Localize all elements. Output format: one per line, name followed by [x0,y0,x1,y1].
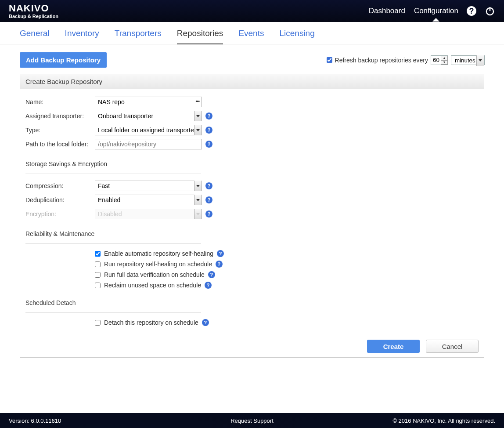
encryption-label: Encryption: [25,210,95,218]
help-icon[interactable]: ? [202,319,209,326]
tab-events[interactable]: Events [238,29,264,44]
panel-footer: Create Cancel [20,335,484,357]
detach-section-heading: Scheduled Detach [25,299,201,306]
refresh-unit-select[interactable]: minutes [451,55,485,65]
request-support-link[interactable]: Request Support [230,417,274,424]
help-icon[interactable]: ? [205,141,212,148]
logo-text: NAKIVO [9,4,58,13]
config-tabs: General Inventory Transporters Repositor… [0,22,504,44]
compression-select[interactable]: Fast [95,181,202,191]
dedup-label: Deduplication: [25,196,95,203]
help-icon[interactable]: ? [205,282,212,289]
tab-licensing[interactable]: Licensing [279,29,314,44]
help-icon[interactable]: ? [205,112,212,120]
path-input[interactable] [95,139,202,149]
transporter-select[interactable]: Onboard transporter [95,111,202,121]
nav-configuration[interactable]: Configuration [414,7,458,15]
selfheal-checkbox[interactable] [95,251,101,257]
type-select[interactable]: Local folder on assigned transporter [95,125,202,135]
name-label: Name: [25,98,95,105]
spinner-icon[interactable]: ▲▼ [441,56,448,65]
version-text: Version: 6.0.0.11610 [9,417,61,424]
compression-label: Compression: [25,182,95,189]
help-icon[interactable]: ? [205,210,212,218]
content-area: General Inventory Transporters Repositor… [0,22,504,413]
type-label: Type: [25,127,95,134]
logo: NAKIVO Backup & Replication [9,4,58,19]
refresh-checkbox[interactable] [327,57,332,63]
panel-title: Create Backup Repository [20,74,484,89]
reclaim-checkbox[interactable] [95,283,101,288]
help-icon[interactable]: ? [217,250,224,257]
transporter-label: Assigned transporter: [25,112,95,120]
nav-dashboard[interactable]: Dashboard [369,7,405,15]
tab-general[interactable]: General [20,29,50,44]
tab-transporters[interactable]: Transporters [115,29,162,44]
path-label: Path to the local folder: [25,141,95,148]
selfheal-label: Enable automatic repository self-healing [104,250,213,257]
cancel-button[interactable]: Cancel [426,340,479,353]
reclaim-label: Reclaim unused space on schedule [104,282,201,289]
refresh-controls: Refresh backup repositories every ▲▼ min… [327,55,484,65]
svg-text:?: ? [469,7,474,15]
reliability-section-heading: Reliability & Maintenance [25,230,201,237]
verify-label: Run full data verification on schedule [104,271,205,278]
tab-repositories[interactable]: Repositories [177,29,223,44]
page-footer: Version: 6.0.0.11610 Request Support © 2… [0,413,504,428]
help-icon[interactable]: ? [208,271,215,278]
create-button[interactable]: Create [367,340,420,353]
selfheal-sched-checkbox[interactable] [95,261,101,267]
help-icon[interactable]: ? [466,6,477,16]
encryption-select: Disabled [95,209,202,219]
name-input[interactable] [95,97,202,107]
ellipsis-icon[interactable]: ••• [195,98,199,104]
logo-subtitle: Backup & Replication [9,14,58,19]
help-icon[interactable]: ? [205,127,212,134]
dedup-select[interactable]: Enabled [95,195,202,205]
detach-checkbox[interactable] [95,320,101,326]
app-header: NAKIVO Backup & Replication Dashboard Co… [0,0,504,22]
help-icon[interactable]: ? [205,182,212,189]
create-repo-panel: Create Backup Repository Name: ••• Assig… [20,74,484,358]
tab-inventory[interactable]: Inventory [65,29,99,44]
add-repository-button[interactable]: Add Backup Repository [20,52,107,68]
verify-checkbox[interactable] [95,272,101,278]
storage-section-heading: Storage Savings & Encryption [25,160,201,167]
selfheal-sched-label: Run repository self-healing on schedule [104,261,212,268]
topbar: Add Backup Repository Refresh backup rep… [0,44,504,74]
help-icon[interactable]: ? [216,261,223,268]
power-icon[interactable] [485,6,495,16]
help-icon[interactable]: ? [205,196,212,203]
copyright-text: © 2016 NAKIVO, Inc. All rights reserved. [392,417,495,424]
refresh-label: Refresh backup repositories every [335,57,428,64]
detach-label: Detach this repository on schedule [104,319,198,326]
